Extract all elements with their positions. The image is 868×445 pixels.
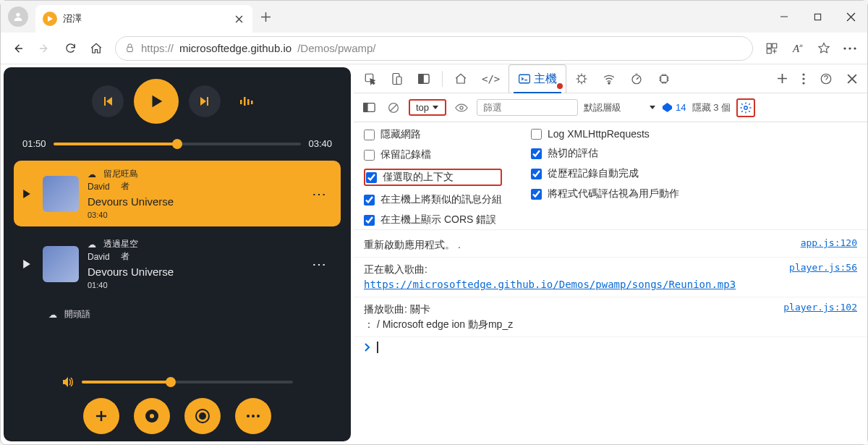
error-badge-icon: [557, 83, 563, 89]
svg-point-37: [460, 106, 463, 109]
console-message: 重新啟動應用程式。 . app.js:120: [354, 233, 867, 258]
svg-rect-5: [767, 48, 771, 53]
visualizer-button[interactable]: [231, 96, 263, 107]
refresh-button[interactable]: [57, 35, 83, 62]
checkbox-user-activation[interactable]: 將程式代碼評估視為用戶動作: [531, 187, 679, 200]
tab-memory[interactable]: [652, 64, 676, 93]
console-sidebar-toggle[interactable]: [359, 98, 378, 117]
previous-button[interactable]: [92, 85, 124, 117]
favorite-button[interactable]: [811, 35, 837, 62]
checkbox-autocomplete[interactable]: 從歷程記錄自動完成: [531, 167, 679, 180]
devtools-more-button[interactable]: [796, 64, 811, 93]
album-art: [43, 246, 79, 282]
close-devtools-button[interactable]: [841, 64, 863, 93]
svg-rect-29: [661, 75, 668, 82]
device-icon[interactable]: [386, 64, 409, 93]
menu-button[interactable]: [837, 35, 863, 62]
lock-icon: [124, 43, 135, 54]
play-icon: [22, 260, 37, 268]
checkbox-group-similar[interactable]: 在主機上將類似的訊息分組: [364, 193, 502, 206]
tab-network[interactable]: [597, 64, 621, 93]
svg-point-32: [802, 82, 804, 84]
log-level-selector[interactable]: 默認層級: [584, 101, 656, 114]
console-settings-button[interactable]: [736, 98, 755, 117]
svg-point-16: [199, 412, 206, 420]
clear-console-button[interactable]: [384, 98, 403, 117]
volume-slider[interactable]: [82, 381, 293, 383]
checkbox-selected-context[interactable]: 僅選取的上下文: [364, 169, 502, 186]
time-total: 03:40: [308, 138, 332, 149]
help-button[interactable]: [814, 64, 838, 93]
new-tab-button[interactable]: [252, 1, 278, 33]
tab-welcome[interactable]: [448, 64, 473, 93]
track-more-button[interactable]: ⋯: [307, 255, 332, 273]
svg-rect-35: [363, 103, 367, 112]
svg-point-6: [843, 47, 846, 49]
message-link[interactable]: https://microsoftedge.github.io/Demos/pw…: [364, 279, 736, 290]
disc-button[interactable]: [134, 398, 170, 434]
app-install-icon[interactable]: [759, 35, 785, 62]
tab-title: 沼澤: [63, 12, 232, 25]
track-subtitle: 留尼旺島: [88, 168, 307, 180]
track-duration: 01:40: [88, 281, 307, 289]
issues-button[interactable]: 14: [662, 102, 686, 113]
dock-icon[interactable]: [412, 64, 436, 93]
hidden-count: 隱藏 3 個: [692, 101, 731, 114]
titlebar: 沼澤: [1, 1, 867, 33]
read-aloud-icon[interactable]: A»: [785, 35, 811, 62]
checkbox-eager-eval[interactable]: 熱切的評估: [531, 147, 679, 160]
minimize-button[interactable]: [767, 1, 801, 33]
track-title: Devours Universe: [88, 266, 307, 278]
checkbox-hide-network[interactable]: 隱藏網路: [364, 128, 502, 141]
profile-avatar[interactable]: [8, 7, 28, 27]
track-row[interactable]: 透過星空 David 者 Devours Universe 01:40 ⋯: [14, 231, 341, 297]
volume-icon: [61, 376, 75, 388]
svg-point-38: [744, 106, 748, 109]
tab-sources[interactable]: [569, 64, 594, 93]
console-prompt[interactable]: [354, 337, 867, 357]
close-tab-button[interactable]: [232, 12, 245, 25]
svg-rect-4: [773, 43, 777, 48]
svg-point-0: [16, 13, 20, 17]
svg-rect-3: [767, 43, 771, 48]
track-subtitle: 透過星空: [88, 238, 307, 250]
add-button[interactable]: [83, 398, 119, 434]
back-button[interactable]: [5, 35, 31, 62]
tab-elements[interactable]: </>: [476, 64, 506, 93]
track-more-button[interactable]: ⋯: [307, 185, 332, 203]
url-bar[interactable]: https://microsoftedge.github.io/Demos/pw…: [115, 36, 753, 61]
checkbox-show-cors[interactable]: 在主機上顯示 CORS 錯誤: [364, 213, 502, 226]
track-row[interactable]: 開頭語: [14, 301, 341, 328]
message-source-link[interactable]: player.js:56: [789, 262, 857, 292]
svg-rect-1: [814, 14, 820, 20]
inspect-icon[interactable]: [358, 64, 383, 93]
console-output: 重新啟動應用程式。 . app.js:120 正在載入歌曲: https://m…: [354, 230, 867, 444]
filter-input[interactable]: [477, 99, 578, 116]
track-row[interactable]: 留尼旺島 David 者 Devours Universe 03:40 ⋯: [14, 161, 341, 226]
more-button[interactable]: [235, 398, 271, 434]
next-button[interactable]: [189, 85, 221, 117]
svg-point-14: [150, 414, 154, 418]
checkbox-preserve-log[interactable]: 保留記錄檔: [364, 148, 502, 161]
track-duration: 03:40: [88, 211, 307, 219]
play-button[interactable]: [134, 79, 179, 124]
checkbox-log-xhr[interactable]: Log XMLHttpRequests: [531, 128, 679, 140]
devtools-tabs: </> 主機: [354, 64, 867, 93]
tab-console[interactable]: 主機: [509, 64, 566, 93]
message-source-link[interactable]: player.js:102: [783, 302, 857, 332]
live-expression-button[interactable]: [452, 98, 471, 117]
track-subtitle: 開頭語: [48, 308, 332, 321]
more-tabs-button[interactable]: [771, 64, 793, 93]
svg-rect-25: [519, 75, 530, 82]
home-button[interactable]: [83, 35, 109, 62]
message-source-link[interactable]: app.js:120: [801, 237, 857, 253]
seek-slider[interactable]: [54, 143, 302, 145]
record-button[interactable]: [184, 398, 221, 434]
browser-tab[interactable]: 沼澤: [35, 5, 252, 33]
context-selector[interactable]: top: [409, 99, 446, 116]
maximize-button[interactable]: [801, 1, 834, 33]
svg-point-17: [247, 415, 250, 418]
tab-performance[interactable]: [624, 64, 649, 93]
svg-point-7: [848, 47, 851, 49]
close-window-button[interactable]: [834, 1, 867, 33]
